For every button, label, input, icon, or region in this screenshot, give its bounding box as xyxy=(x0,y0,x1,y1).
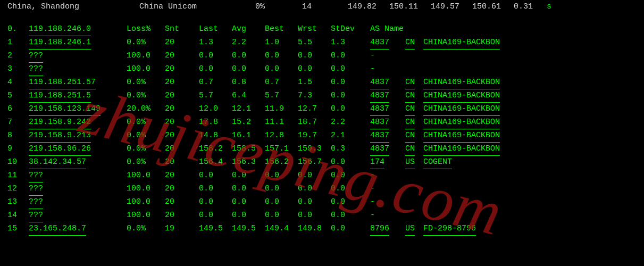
hop-avg: 0.0 xyxy=(232,209,265,222)
hop-wrst: 7.3 xyxy=(298,89,331,103)
hop-wrst: 1.5 xyxy=(298,76,331,89)
hop-cc: CN xyxy=(405,129,423,143)
avg-val: 149.82 xyxy=(348,2,389,11)
hop-index: 15 xyxy=(7,222,29,236)
hop-stdev: 0.0 xyxy=(331,156,370,169)
hop-index: 5 xyxy=(7,89,29,103)
hop-stdev: 0.0 xyxy=(331,196,370,209)
hop-avg: 16.1 xyxy=(232,129,265,143)
hop-snt: 19 xyxy=(165,222,199,236)
hop-wrst: 0.0 xyxy=(298,196,331,209)
hop-stdev: 0.0 xyxy=(331,49,370,63)
hdr-loss: Loss% xyxy=(127,23,165,36)
hop-asname: CHINA169-BACKBON xyxy=(423,76,637,89)
hop-stdev: 0.0 xyxy=(331,76,370,89)
hop-stdev: 0.0 xyxy=(331,103,370,116)
hop-loss: 0.0% xyxy=(127,116,165,129)
hop-wrst: 5.5 xyxy=(298,36,331,49)
hop-last: 17.8 xyxy=(199,116,232,129)
hop-best: 0.0 xyxy=(265,169,298,182)
hop-avg: 12.1 xyxy=(232,103,265,116)
hop-host: ??? xyxy=(29,169,127,182)
hop-host: 219.158.9.242 xyxy=(29,116,127,129)
hop-loss: 0.0% xyxy=(127,76,165,89)
hop-best: 0.7 xyxy=(265,76,298,89)
hop-cc: CN xyxy=(405,36,423,49)
hop-stdev: 1.3 xyxy=(331,36,370,49)
hop-avg: 149.5 xyxy=(232,222,265,236)
mtr-header-row: 0. 119.188.246.0 Loss% Snt Last Avg Best… xyxy=(7,23,637,36)
hop-snt: 20 xyxy=(165,156,199,169)
hop-avg: 0.0 xyxy=(232,169,265,182)
hop-best: 1.0 xyxy=(265,36,298,49)
hop-best: 149.4 xyxy=(265,222,298,236)
hop-host: 219.158.96.26 xyxy=(29,143,127,156)
hop-stdev: 0.0 xyxy=(331,182,370,196)
hop-last: 149.5 xyxy=(199,222,232,236)
hop-snt: 20 xyxy=(165,103,199,116)
hop-cc xyxy=(405,182,423,196)
hop-last: 0.7 xyxy=(199,76,232,89)
hop-asn: 8796 xyxy=(370,222,405,236)
hop-host: ??? xyxy=(29,196,127,209)
hop-snt: 20 xyxy=(165,49,199,63)
hdr-host: 119.188.246.0 xyxy=(29,23,127,36)
hop-asname xyxy=(423,49,637,63)
loss-pct: 0% xyxy=(255,2,302,11)
hop-asname: CHINA169-BACKBON xyxy=(423,129,637,143)
table-row: 1038.142.34.570.0%20156.4156.3156.2156.7… xyxy=(7,156,637,169)
hop-snt: 20 xyxy=(165,116,199,129)
hop-last: 0.0 xyxy=(199,169,232,182)
worst-val: 150.61 xyxy=(472,2,514,11)
hop-last: 0.0 xyxy=(199,63,232,76)
hop-stdev: 0.0 xyxy=(331,169,370,182)
hop-best: 156.2 xyxy=(265,156,298,169)
hop-host: ??? xyxy=(29,209,127,222)
hop-asname: CHINA169-BACKBON xyxy=(423,103,637,116)
hop-stdev: 0.3 xyxy=(331,143,370,156)
hdr-best: Best xyxy=(265,23,298,36)
hop-cc xyxy=(405,209,423,222)
table-row: 7219.158.9.2420.0%2017.815.211.118.72.24… xyxy=(7,116,637,129)
table-row: 13???100.0200.00.00.00.00.0- xyxy=(7,196,637,209)
table-row: 3???100.0200.00.00.00.00.0- xyxy=(7,63,637,76)
mtr-table: 0. 119.188.246.0 Loss% Snt Last Avg Best… xyxy=(0,15,644,236)
hop-index: 4 xyxy=(7,76,29,89)
hop-last: 158.2 xyxy=(199,143,232,156)
hop-stdev: 0.0 xyxy=(331,63,370,76)
hop-last: 0.0 xyxy=(199,182,232,196)
hop-snt: 20 xyxy=(165,76,199,89)
hop-avg: 0.0 xyxy=(232,63,265,76)
hop-asname xyxy=(423,63,637,76)
hop-asname xyxy=(423,182,637,196)
hop-avg: 0.0 xyxy=(232,196,265,209)
hop-last: 5.7 xyxy=(199,89,232,103)
hop-loss: 0.0% xyxy=(127,222,165,236)
hop-asname: CHINA169-BACKBON xyxy=(423,89,637,103)
hop-best: 157.1 xyxy=(265,143,298,156)
hop-cc xyxy=(405,63,423,76)
hop-best: 0.0 xyxy=(265,209,298,222)
hop-asname xyxy=(423,169,637,182)
hop-snt: 20 xyxy=(165,143,199,156)
last-val: 150.11 xyxy=(389,2,431,11)
table-row: 6219.158.123.14920.0%2012.012.111.912.70… xyxy=(7,103,637,116)
hop-wrst: 0.0 xyxy=(298,169,331,182)
hop-index: 6 xyxy=(7,103,29,116)
hop-loss: 100.0 xyxy=(127,196,165,209)
hdr-wrst: Wrst xyxy=(298,23,331,36)
hdr-idx: 0. xyxy=(7,23,29,36)
hop-host: 23.165.248.7 xyxy=(29,222,127,236)
hop-best: 11.1 xyxy=(265,116,298,129)
hop-snt: 20 xyxy=(165,169,199,182)
hop-host: 119.188.251.57 xyxy=(29,76,127,89)
hop-snt: 20 xyxy=(165,129,199,143)
hop-cc: US xyxy=(405,156,423,169)
hop-snt: 20 xyxy=(165,63,199,76)
hop-cc xyxy=(405,196,423,209)
hop-best: 5.7 xyxy=(265,89,298,103)
suffix: s xyxy=(547,2,551,11)
hop-loss: 100.0 xyxy=(127,169,165,182)
hdr-snt: Snt xyxy=(165,23,199,36)
hop-index: 10 xyxy=(7,156,29,169)
